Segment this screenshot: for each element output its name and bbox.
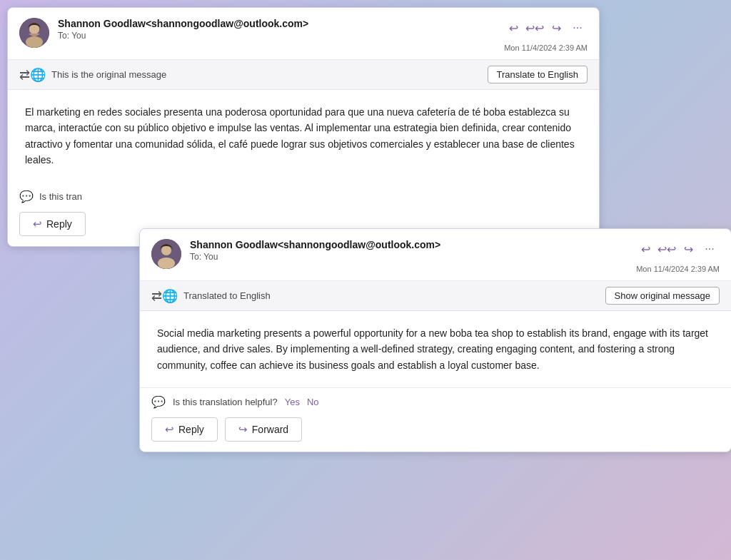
sender-name-translated: Shannon Goodlaw<shannongoodlaw@outlook.c… — [190, 239, 635, 250]
forward-label-front: Forward — [252, 424, 288, 435]
more-button-original[interactable]: ··· — [568, 18, 588, 38]
forward-icon-front: ↪ — [238, 423, 248, 436]
more-button-translated[interactable]: ··· — [700, 239, 720, 259]
reply-icon-front: ↩ — [165, 423, 174, 436]
yes-link[interactable]: Yes — [285, 397, 300, 407]
helpful-row-back: 💬 Is this tran — [19, 190, 588, 203]
email-footer-translated: 💬 Is this translation helpful? Yes No ↩ … — [140, 387, 731, 452]
avatar-original — [19, 18, 49, 48]
translate-icon-original: ⇄🌐 — [19, 67, 46, 83]
helpful-icon-translated: 💬 — [151, 395, 166, 409]
reply-label-front: Reply — [178, 424, 204, 435]
header-right-original: ↩ ↩↩ ↪ ··· Mon 11/4/2024 2:39 AM — [503, 18, 588, 52]
translation-bar-translated: ⇄🌐 Translated to English Show original m… — [140, 281, 731, 311]
email-header-translated: Shannon Goodlaw<shannongoodlaw@outlook.c… — [140, 229, 731, 281]
svg-point-6 — [158, 258, 175, 269]
sender-to-original: To: You — [58, 31, 503, 41]
to-label-translated: To: — [190, 252, 201, 262]
forward-button-front[interactable]: ↪ Forward — [225, 417, 302, 442]
original-message-text: This is the original message — [51, 69, 166, 80]
reply-all-button-translated[interactable]: ↩↩ — [657, 239, 677, 259]
to-value-original: You — [71, 31, 86, 41]
email-body-text-translated: Social media marketing presents a powerf… — [157, 325, 714, 373]
timestamp-original: Mon 11/4/2024 2:39 AM — [504, 44, 588, 52]
sender-info-translated: Shannon Goodlaw<shannongoodlaw@outlook.c… — [190, 239, 635, 262]
sender-name-original: Shannon Goodlaw<shannongoodlaw@outlook.c… — [58, 18, 503, 29]
svg-point-2 — [26, 36, 43, 48]
email-card-translated: Shannon Goodlaw<shannongoodlaw@outlook.c… — [139, 228, 731, 452]
reply-label-back: Reply — [46, 218, 72, 230]
reply-icon-back: ↩ — [33, 218, 42, 230]
forward-button-original[interactable]: ↪ — [546, 18, 566, 38]
translate-icon-translated: ⇄🌐 — [151, 288, 178, 304]
forward-button-translated[interactable]: ↪ — [678, 239, 698, 259]
reply-button-translated[interactable]: ↩ — [635, 239, 655, 259]
show-original-message-button[interactable]: Show original message — [605, 287, 720, 305]
email-body-text-original: El marketing en redes sociales presenta … — [25, 104, 582, 168]
translation-bar-left-original: ⇄🌐 This is the original message — [19, 67, 166, 83]
sender-info-original: Shannon Goodlaw<shannongoodlaw@outlook.c… — [58, 18, 503, 41]
no-link[interactable]: No — [307, 397, 319, 407]
footer-actions-translated: ↩ Reply ↪ Forward — [151, 417, 720, 442]
header-actions-translated: ↩ ↩↩ ↪ ··· — [635, 239, 720, 259]
email-body-translated: Social media marketing presents a powerf… — [140, 311, 731, 387]
translated-to-english-text: Translated to English — [183, 290, 271, 301]
sender-to-translated: To: You — [190, 252, 635, 262]
reply-button-front[interactable]: ↩ Reply — [151, 417, 218, 442]
timestamp-translated: Mon 11/4/2024 2:39 AM — [636, 265, 720, 273]
reply-button-back[interactable]: ↩ Reply — [19, 212, 86, 236]
email-body-original: El marketing en redes sociales presenta … — [8, 90, 599, 183]
svg-point-3 — [29, 24, 39, 34]
helpful-icon-back: 💬 — [19, 190, 34, 203]
translation-bar-left-translated: ⇄🌐 Translated to English — [151, 288, 271, 304]
to-value-translated: You — [203, 252, 218, 262]
email-card-original: Shannon Goodlaw<shannongoodlaw@outlook.c… — [7, 7, 600, 247]
header-right-translated: ↩ ↩↩ ↪ ··· Mon 11/4/2024 2:39 AM — [635, 239, 720, 273]
translate-to-english-button[interactable]: Translate to English — [488, 66, 588, 83]
helpful-row-translated: 💬 Is this translation helpful? Yes No — [151, 395, 720, 409]
header-actions-original: ↩ ↩↩ ↪ ··· — [503, 18, 588, 38]
to-label-original: To: — [58, 31, 69, 41]
reply-all-button-original[interactable]: ↩↩ — [525, 18, 545, 38]
helpful-text-translated: Is this translation helpful? — [173, 397, 278, 407]
translation-bar-original: ⇄🌐 This is the original message Translat… — [8, 60, 599, 90]
svg-point-5 — [161, 245, 171, 255]
avatar-translated — [151, 239, 181, 269]
helpful-text-back: Is this tran — [39, 191, 82, 202]
email-header-original: Shannon Goodlaw<shannongoodlaw@outlook.c… — [8, 8, 599, 60]
reply-button-original[interactable]: ↩ — [503, 18, 523, 38]
